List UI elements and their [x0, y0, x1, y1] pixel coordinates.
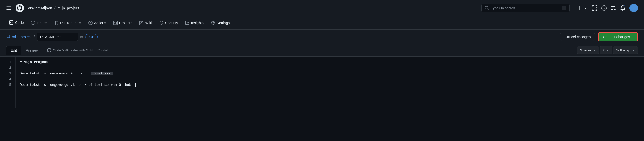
avatar[interactable]: E — [629, 4, 638, 12]
code-area[interactable]: # Mijn Project Deze tekst is toegevoegd … — [16, 57, 644, 108]
indent-chevron-icon — [606, 49, 609, 52]
projects-nav-icon — [113, 21, 118, 25]
top-breadcrumb: erwinmatijsen / mijn_project — [28, 6, 79, 10]
nav-label-settings: Settings — [217, 21, 230, 25]
notification-dot — [624, 5, 626, 7]
nav-item-insights[interactable]: Insights — [182, 18, 207, 27]
top-reponame[interactable]: mijn_project — [57, 6, 79, 10]
in-label: in — [80, 35, 83, 39]
line-num-3: 3 — [6, 71, 11, 77]
editor-header-actions: Cancel changes Commit changes... — [560, 32, 638, 41]
editor-toolbar: Edit Preview Code 55% faster with GitHub… — [0, 44, 644, 57]
repo-icon — [6, 35, 10, 39]
copilot-text: Code 55% faster with GitHub Copilot — [53, 48, 108, 52]
indent-label: 2 — [603, 48, 605, 52]
line-numbers: 1 2 3 4 5 — [0, 57, 16, 108]
editor-repo-name: mijn_project — [12, 35, 31, 39]
security-nav-icon — [159, 21, 163, 25]
actions-nav-icon — [88, 21, 93, 25]
nav-item-actions[interactable]: Actions — [85, 18, 109, 27]
nav-item-issues[interactable]: Issues — [28, 18, 50, 27]
line-num-2: 2 — [6, 65, 11, 71]
notifications-icon[interactable] — [620, 5, 625, 11]
nav-item-settings[interactable]: Settings — [208, 18, 233, 27]
nav-label-code: Code — [15, 20, 24, 25]
nav-label-pr: Pull requests — [60, 21, 81, 25]
nav-item-code[interactable]: Code — [6, 18, 27, 27]
softwrap-select[interactable]: Soft wrap — [613, 46, 638, 54]
code-line-3: Deze tekst is toegevoegd in branch `func… — [20, 71, 640, 77]
branch-badge[interactable]: main — [85, 34, 98, 39]
nav-item-security[interactable]: Security — [156, 18, 181, 27]
spaces-label: Spaces — [580, 48, 591, 52]
pr-icon[interactable] — [611, 5, 616, 11]
code-line-1: # Mijn Project — [20, 60, 640, 65]
wiki-nav-icon — [139, 21, 143, 25]
search-kbd: / — [562, 6, 566, 10]
code-nav-icon — [9, 20, 13, 25]
search-icon — [485, 6, 489, 10]
top-nav-actions: E — [577, 4, 638, 12]
spaces-chevron-icon — [593, 49, 596, 52]
top-nav: erwinmatijsen / mijn_project Type / to s… — [0, 0, 644, 16]
nav-label-security: Security — [165, 21, 178, 25]
indent-select[interactable]: 2 — [600, 46, 612, 54]
github-logo[interactable] — [16, 4, 24, 12]
editor-breadcrumb: mijn_project / in main — [6, 33, 98, 41]
search-placeholder: Type / to search — [491, 6, 515, 10]
commit-changes-button[interactable]: Commit changes... — [598, 32, 638, 41]
toolbar-right: Spaces 2 Soft wrap — [577, 46, 638, 54]
nav-item-pullrequests[interactable]: Pull requests — [51, 18, 84, 27]
issue-icon[interactable] — [601, 5, 607, 11]
copilot-hint[interactable]: Code 55% faster with GitHub Copilot — [47, 48, 108, 52]
tab-edit[interactable]: Edit — [6, 46, 21, 55]
repo-nav: Code Issues Pull requests Actions Projec… — [0, 16, 644, 30]
editor-repo-link[interactable]: mijn_project — [6, 35, 31, 39]
line-num-5: 5 — [6, 82, 11, 88]
tab-preview[interactable]: Preview — [21, 46, 43, 55]
plus-icon[interactable] — [577, 5, 588, 11]
settings-nav-icon — [211, 21, 215, 25]
line-num-4: 4 — [6, 77, 11, 82]
pr-nav-icon — [54, 21, 59, 25]
top-username[interactable]: erwinmatijsen — [28, 6, 52, 10]
nav-label-issues: Issues — [37, 21, 47, 25]
insights-nav-icon — [185, 21, 189, 25]
code-line-4 — [20, 77, 640, 82]
softwrap-chevron-icon — [632, 49, 635, 52]
top-sep: / — [54, 6, 55, 10]
editor-header: mijn_project / in main Cancel changes Co… — [0, 30, 644, 44]
code-line-5: Deze tekst is toegevoegd via de webinter… — [20, 82, 640, 88]
hamburger-icon[interactable] — [6, 5, 11, 11]
nav-label-wiki: Wiki — [145, 21, 152, 25]
spaces-select[interactable]: Spaces — [577, 46, 599, 54]
editor-content[interactable]: 1 2 3 4 5 # Mijn Project Deze tekst is t… — [0, 57, 644, 108]
search-bar[interactable]: Type / to search / — [481, 4, 570, 12]
softwrap-label: Soft wrap — [616, 48, 630, 52]
copilot-icon — [47, 48, 51, 52]
nav-item-wiki[interactable]: Wiki — [136, 18, 155, 27]
nav-label-projects: Projects — [119, 21, 132, 25]
line-num-1: 1 — [6, 60, 11, 65]
nav-item-projects[interactable]: Projects — [110, 18, 135, 27]
filename-input[interactable] — [37, 33, 78, 41]
command-palette-icon[interactable] — [592, 5, 597, 11]
code-line-2 — [20, 65, 640, 71]
editor-sep: / — [33, 35, 35, 39]
nav-label-insights: Insights — [191, 21, 203, 25]
nav-label-actions: Actions — [94, 21, 106, 25]
cancel-changes-button[interactable]: Cancel changes — [560, 33, 595, 41]
issues-nav-icon — [31, 21, 35, 25]
